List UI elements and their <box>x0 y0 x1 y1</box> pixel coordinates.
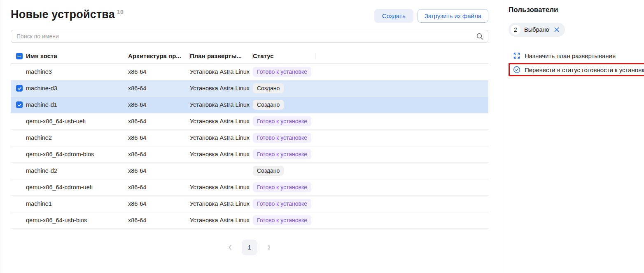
upload-from-file-button[interactable]: Загрузить из файла <box>418 9 488 23</box>
empty-cell <box>315 146 488 162</box>
header-actions: Создать Загрузить из файла <box>374 9 488 23</box>
devices-panel: Новые устройства10 Создать Загрузить из … <box>0 0 501 273</box>
table-row[interactable]: machine2 x86-64 Установка Astra Linux Го… <box>11 129 488 146</box>
devices-table: Имя хоста Архитектура пр... План разверт… <box>11 49 488 229</box>
page-number-button[interactable]: 1 <box>242 240 257 255</box>
table-row[interactable]: qemu-x86_64-usb-uefi x86-64 Установка As… <box>11 113 488 129</box>
arch-cell: x86-64 <box>128 195 190 212</box>
plan-cell: Установка Astra Linux <box>190 212 253 228</box>
clear-selection-icon[interactable] <box>554 27 560 33</box>
table-body: machine3 x86-64 Установка Astra Linux Го… <box>11 64 488 228</box>
status-badge: Готово к установке <box>253 149 311 160</box>
table-row[interactable]: qemu-x86_64-cdrom-uefi x86-64 Установка … <box>11 179 488 195</box>
hostname-cell: machine-d1 <box>26 96 128 113</box>
empty-cell <box>315 179 488 195</box>
empty-cell <box>315 64 488 80</box>
plan-cell: Установка Astra Linux <box>190 80 253 96</box>
plan-cell: Установка Astra Linux <box>190 146 253 162</box>
plan-cell: Установка Astra Linux <box>190 195 253 212</box>
assign-plan-action[interactable]: Назначить план развертывания <box>509 49 644 62</box>
empty-cell <box>315 195 488 212</box>
column-header-architecture[interactable]: Архитектура пр... <box>128 49 190 64</box>
status-badge: Создано <box>253 166 284 176</box>
empty-cell <box>315 162 488 179</box>
hostname-cell: qemu-x86_64-cdrom-bios <box>26 146 128 162</box>
status-badge: Создано <box>253 100 284 110</box>
status-cell: Готово к установке <box>253 113 315 129</box>
arch-cell: x86-64 <box>128 212 190 228</box>
hostname-cell: machine3 <box>26 64 128 80</box>
empty-cell <box>315 129 488 146</box>
status-cell: Создано <box>253 80 315 96</box>
status-cell: Готово к установке <box>253 129 315 146</box>
plan-cell: Установка Astra Linux <box>190 113 253 129</box>
empty-cell <box>315 96 488 113</box>
hostname-cell: machine1 <box>26 195 128 212</box>
hostname-cell: qemu-x86_64-usb-bios <box>26 212 128 228</box>
plan-cell: Установка Astra Linux <box>190 129 253 146</box>
column-header-empty <box>315 49 488 64</box>
status-cell: Готово к установке <box>253 212 315 228</box>
sidebar-actions: Назначить план развертывания Перевести в… <box>509 49 644 76</box>
transfer-to-ready-label: Перевести в статус готовности к установк… <box>525 66 644 73</box>
search-input[interactable] <box>16 33 476 40</box>
empty-cell <box>315 80 488 96</box>
arch-cell: x86-64 <box>128 162 190 179</box>
app-window: Новые устройства10 Создать Загрузить из … <box>0 0 644 273</box>
page-title-text: Новые устройства <box>11 8 115 21</box>
page-title: Новые устройства10 <box>11 8 124 21</box>
search-icon[interactable] <box>476 33 483 40</box>
status-cell: Готово к установке <box>253 195 315 212</box>
arch-cell: x86-64 <box>128 64 190 80</box>
assign-plan-expand-icon <box>513 52 520 59</box>
prev-page-button[interactable] <box>225 242 235 252</box>
empty-cell <box>315 113 488 129</box>
next-page-button[interactable] <box>264 242 274 252</box>
status-badge: Готово к установке <box>253 133 311 143</box>
selected-chip: 2 Выбрано <box>509 23 565 37</box>
sidebar-title: Пользователи <box>509 6 644 14</box>
arch-cell: x86-64 <box>128 96 190 113</box>
check-circle-icon <box>513 66 520 73</box>
column-header-status[interactable]: Статус <box>253 49 315 64</box>
table-row[interactable]: machine-d2 x86-64 Создано <box>11 162 488 179</box>
table-header-row: Имя хоста Архитектура пр... План разверт… <box>11 49 488 64</box>
status-cell: Создано <box>253 162 315 179</box>
row-checkbox[interactable] <box>16 85 23 92</box>
status-cell: Готово к установке <box>253 179 315 195</box>
transfer-to-ready-action[interactable]: Перевести в статус готовности к установк… <box>509 63 644 76</box>
row-checkbox[interactable] <box>16 101 23 108</box>
table-row[interactable]: machine3 x86-64 Установка Astra Linux Го… <box>11 64 488 80</box>
status-cell: Создано <box>253 96 315 113</box>
table-row[interactable]: machine-d3 x86-64 Установка Astra Linux … <box>11 80 488 96</box>
column-header-plan[interactable]: План разверты... <box>190 49 253 64</box>
status-badge: Готово к установке <box>253 116 311 127</box>
selected-count: 2 <box>511 25 520 35</box>
status-cell: Готово к установке <box>253 146 315 162</box>
users-sidebar: Пользователи 2 Выбрано Назначить план ра… <box>501 0 644 273</box>
devices-count-badge: 10 <box>117 9 124 15</box>
status-badge: Готово к установке <box>253 199 311 209</box>
arch-cell: x86-64 <box>128 146 190 162</box>
status-badge: Создано <box>253 83 284 94</box>
assign-plan-label: Назначить план развертывания <box>525 52 616 59</box>
table-row[interactable]: machine1 x86-64 Установка Astra Linux Го… <box>11 195 488 212</box>
plan-cell <box>190 162 253 179</box>
table-row[interactable]: qemu-x86_64-usb-bios x86-64 Установка As… <box>11 212 488 228</box>
column-header-hostname[interactable]: Имя хоста <box>26 49 128 64</box>
arch-cell: x86-64 <box>128 129 190 146</box>
header-checkbox-cell <box>11 49 26 64</box>
arch-cell: x86-64 <box>128 80 190 96</box>
search-box[interactable] <box>11 30 488 43</box>
page-header: Новые устройства10 Создать Загрузить из … <box>11 7 488 23</box>
hostname-cell: machine2 <box>26 129 128 146</box>
create-button[interactable]: Создать <box>374 9 413 23</box>
table-row[interactable]: qemu-x86_64-cdrom-bios x86-64 Установка … <box>11 146 488 162</box>
pagination: 1 <box>11 240 488 255</box>
hostname-cell: qemu-x86_64-usb-uefi <box>26 113 128 129</box>
select-all-checkbox-indeterminate[interactable] <box>16 53 23 59</box>
table-row[interactable]: machine-d1 x86-64 Установка Astra Linux … <box>11 96 488 113</box>
plan-cell: Установка Astra Linux <box>190 179 253 195</box>
plan-cell: Установка Astra Linux <box>190 96 253 113</box>
hostname-cell: qemu-x86_64-cdrom-uefi <box>26 179 128 195</box>
